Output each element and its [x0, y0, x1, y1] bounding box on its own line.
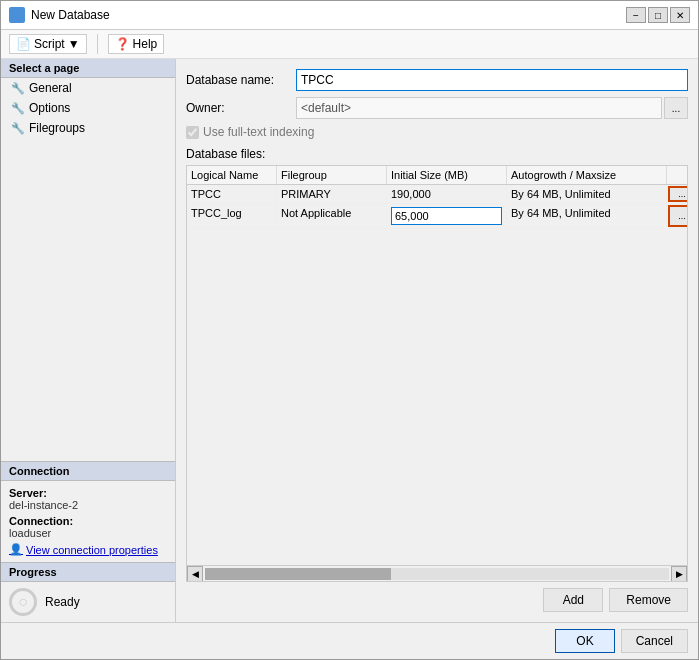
- connection-info: Server: del-instance-2 Connection: loadu…: [1, 481, 175, 562]
- server-value-row: del-instance-2: [9, 499, 167, 511]
- table-row: TPCC_log Not Applicable By 64 MB, Unlimi…: [187, 204, 687, 229]
- options-icon: 🔧: [11, 102, 25, 115]
- row1-path-browse-button[interactable]: ...: [668, 186, 687, 202]
- scroll-right-button[interactable]: ▶: [671, 566, 687, 582]
- main-layout: Select a page 🔧 General 🔧 Options 🔧 File…: [1, 59, 698, 622]
- row2-autogrowth: By 64 MB, Unlimited: [507, 204, 667, 228]
- help-label: Help: [133, 37, 158, 51]
- content-area: Database name: Owner: ... Use full-text …: [176, 59, 698, 622]
- close-button[interactable]: ✕: [670, 7, 690, 23]
- minimize-button[interactable]: −: [626, 7, 646, 23]
- sidebar-options-label: Options: [29, 101, 70, 115]
- filegroups-icon: 🔧: [11, 122, 25, 135]
- row1-btn-cell: ...: [667, 185, 687, 203]
- connection-link-icon: 👤: [9, 543, 23, 556]
- row2-initial-size-input[interactable]: [391, 207, 502, 225]
- row1-logical-name: TPCC: [187, 185, 277, 203]
- bottom-buttons: OK Cancel: [1, 622, 698, 659]
- connection-header: Connection: [1, 462, 175, 481]
- row2-path-browse-button[interactable]: ...: [668, 205, 687, 227]
- progress-text: Ready: [45, 595, 80, 609]
- title-controls: − □ ✕: [626, 7, 690, 23]
- sidebar-general-label: General: [29, 81, 72, 95]
- owner-input[interactable]: [296, 97, 662, 119]
- server-label-row: Server:: [9, 487, 167, 499]
- db-name-row: Database name:: [186, 69, 688, 91]
- col-btn: [667, 166, 688, 184]
- ok-button[interactable]: OK: [555, 629, 614, 653]
- window-icon: [9, 7, 25, 23]
- progress-header: Progress: [1, 563, 175, 582]
- row2-logical-name: TPCC_log: [187, 204, 277, 228]
- script-dropdown-icon: ▼: [68, 37, 80, 51]
- progress-section: Progress ○ Ready: [1, 562, 175, 622]
- script-label: Script: [34, 37, 65, 51]
- sidebar-filegroups-label: Filegroups: [29, 121, 85, 135]
- script-icon: 📄: [16, 37, 31, 51]
- db-files-table: Logical Name Filegroup Initial Size (MB)…: [186, 165, 688, 582]
- fulltext-label: Use full-text indexing: [203, 125, 314, 139]
- spinner-icon: ○: [18, 593, 28, 611]
- sidebar-item-options[interactable]: 🔧 Options: [1, 98, 175, 118]
- scroll-track[interactable]: [205, 568, 669, 580]
- view-connection-label: View connection properties: [26, 544, 158, 556]
- connection-value-row: loaduser: [9, 527, 167, 539]
- horizontal-scrollbar: ◀ ▶: [187, 565, 687, 581]
- toolbar: 📄 Script ▼ ❓ Help: [1, 30, 698, 59]
- server-label: Server:: [9, 487, 47, 499]
- progress-info: ○ Ready: [1, 582, 175, 622]
- cancel-button[interactable]: Cancel: [621, 629, 688, 653]
- db-files-label: Database files:: [186, 147, 688, 161]
- table-header: Logical Name Filegroup Initial Size (MB)…: [187, 166, 687, 185]
- table-body: TPCC PRIMARY 190,000 By 64 MB, Unlimited…: [187, 185, 687, 565]
- row2-btn-cell: ...: [667, 204, 687, 228]
- connection-label: Connection:: [9, 515, 73, 527]
- maximize-button[interactable]: □: [648, 7, 668, 23]
- fulltext-checkbox[interactable]: [186, 126, 199, 139]
- add-button[interactable]: Add: [543, 588, 603, 612]
- row1-initial-size: 190,000: [387, 185, 507, 203]
- window-title: New Database: [31, 8, 110, 22]
- sidebar: Select a page 🔧 General 🔧 Options 🔧 File…: [1, 59, 176, 622]
- fulltext-checkbox-row: Use full-text indexing: [186, 125, 688, 139]
- connection-label-row: Connection:: [9, 515, 167, 527]
- sidebar-item-general[interactable]: 🔧 General: [1, 78, 175, 98]
- server-value: del-instance-2: [9, 499, 78, 511]
- progress-spinner: ○: [9, 588, 37, 616]
- sidebar-item-filegroups[interactable]: 🔧 Filegroups: [1, 118, 175, 138]
- view-connection-link[interactable]: 👤 View connection properties: [9, 543, 167, 556]
- scroll-thumb: [205, 568, 391, 580]
- help-button[interactable]: ❓ Help: [108, 34, 165, 54]
- sidebar-spacer: [1, 138, 175, 461]
- connection-section: Connection Server: del-instance-2 Connec…: [1, 461, 175, 562]
- db-name-input[interactable]: [296, 69, 688, 91]
- connection-value: loaduser: [9, 527, 51, 539]
- row1-filegroup: PRIMARY: [277, 185, 387, 203]
- title-bar-left: New Database: [9, 7, 110, 23]
- owner-row: Owner: ...: [186, 97, 688, 119]
- title-bar: New Database − □ ✕: [1, 1, 698, 30]
- scroll-left-button[interactable]: ◀: [187, 566, 203, 582]
- help-icon: ❓: [115, 37, 130, 51]
- db-name-label: Database name:: [186, 73, 296, 87]
- select-page-header: Select a page: [1, 59, 175, 78]
- toolbar-separator: [97, 34, 98, 54]
- col-initial-size: Initial Size (MB): [387, 166, 507, 184]
- remove-button[interactable]: Remove: [609, 588, 688, 612]
- row2-filegroup: Not Applicable: [277, 204, 387, 228]
- owner-browse-button[interactable]: ...: [664, 97, 688, 119]
- col-autogrowth: Autogrowth / Maxsize: [507, 166, 667, 184]
- action-buttons: Add Remove: [186, 588, 688, 612]
- col-logical-name: Logical Name: [187, 166, 277, 184]
- row1-autogrowth: By 64 MB, Unlimited: [507, 185, 667, 203]
- main-window: New Database − □ ✕ 📄 Script ▼ ❓ Help Sel…: [0, 0, 699, 660]
- general-icon: 🔧: [11, 82, 25, 95]
- script-button[interactable]: 📄 Script ▼: [9, 34, 87, 54]
- row2-initial-size: [387, 204, 507, 228]
- col-filegroup: Filegroup: [277, 166, 387, 184]
- owner-label: Owner:: [186, 101, 296, 115]
- table-row: TPCC PRIMARY 190,000 By 64 MB, Unlimited…: [187, 185, 687, 204]
